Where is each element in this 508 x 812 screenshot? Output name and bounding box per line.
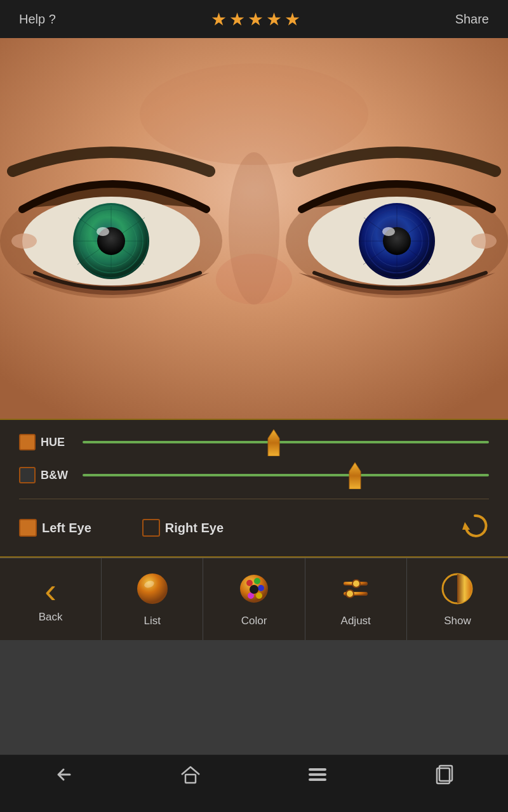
back-label: Back (39, 611, 63, 624)
svg-point-37 (256, 593, 262, 599)
left-eye-option[interactable]: Left Eye (19, 519, 91, 537)
help-button[interactable]: Help ? (19, 12, 56, 27)
svg-rect-46 (309, 768, 326, 771)
bw-thumb[interactable] (348, 461, 362, 489)
svg-rect-48 (309, 778, 326, 781)
svg-point-34 (246, 580, 253, 586)
bottom-toolbar: ‹ Back List (0, 558, 508, 640)
list-button[interactable]: List (102, 558, 203, 640)
svg-rect-47 (309, 773, 326, 776)
nav-menu-icon[interactable] (306, 763, 329, 790)
right-eye-label: Right Eye (165, 521, 224, 535)
right-eye-option[interactable]: Right Eye (142, 519, 224, 537)
back-icon: ‹ (44, 575, 57, 606)
rating-stars[interactable]: ★ ★ ★ ★ ★ (211, 9, 300, 30)
svg-point-39 (250, 585, 258, 594)
hue-thumb[interactable] (267, 428, 281, 456)
eye-selectors: Left Eye Right Eye (19, 512, 489, 544)
svg-point-42 (352, 580, 360, 587)
top-bar: Help ? ★ ★ ★ ★ ★ Share (0, 0, 508, 38)
hue-slider-wrap[interactable] (83, 433, 489, 452)
svg-point-29 (216, 254, 292, 304)
color-icon (237, 572, 271, 611)
svg-point-31 (137, 573, 168, 604)
svg-point-1 (140, 63, 368, 165)
nav-home-icon[interactable] (179, 763, 202, 790)
hue-label: HUE (19, 434, 83, 450)
share-button[interactable]: Share (455, 12, 489, 27)
svg-point-15 (11, 233, 37, 249)
adjust-button[interactable]: Adjust (305, 558, 407, 640)
star-1[interactable]: ★ (211, 9, 227, 30)
star-5[interactable]: ★ (284, 9, 300, 30)
image-area (0, 38, 508, 419)
adjust-icon (338, 572, 373, 611)
list-label: List (144, 615, 161, 627)
bw-track (83, 474, 489, 476)
color-button[interactable]: Color (203, 558, 305, 640)
svg-point-35 (254, 578, 260, 584)
show-icon (440, 572, 474, 611)
color-label: Color (241, 615, 267, 627)
show-button[interactable]: Show (407, 558, 508, 640)
adjust-label: Adjust (341, 615, 371, 627)
star-3[interactable]: ★ (248, 9, 264, 30)
bw-slider-wrap[interactable] (83, 466, 489, 485)
svg-marker-30 (462, 522, 470, 530)
hue-icon[interactable] (19, 434, 36, 450)
hue-row: HUE (19, 433, 489, 452)
bw-icon[interactable] (19, 467, 36, 483)
svg-point-27 (382, 227, 395, 236)
svg-rect-45 (185, 775, 196, 783)
star-4[interactable]: ★ (266, 9, 282, 30)
gray-area (0, 640, 508, 754)
svg-point-43 (346, 590, 354, 598)
right-eye-checkbox[interactable] (142, 519, 160, 537)
nav-bar (0, 754, 508, 799)
left-eye-label: Left Eye (42, 521, 91, 535)
panel-divider (19, 499, 489, 499)
svg-point-14 (97, 227, 109, 236)
svg-point-36 (258, 585, 264, 591)
reset-button[interactable] (461, 512, 489, 544)
back-button[interactable]: ‹ Back (0, 558, 102, 640)
control-panel: HUE (0, 419, 508, 558)
nav-back-icon[interactable] (52, 763, 75, 790)
hue-track (83, 441, 489, 443)
list-icon (135, 572, 170, 611)
show-label: Show (444, 615, 471, 627)
bw-row: B&W (19, 466, 489, 485)
left-eye-checkbox[interactable] (19, 519, 37, 537)
star-2[interactable]: ★ (229, 9, 245, 30)
nav-recents-icon[interactable] (433, 763, 456, 790)
bw-label: B&W (19, 467, 83, 483)
svg-point-28 (471, 233, 497, 249)
